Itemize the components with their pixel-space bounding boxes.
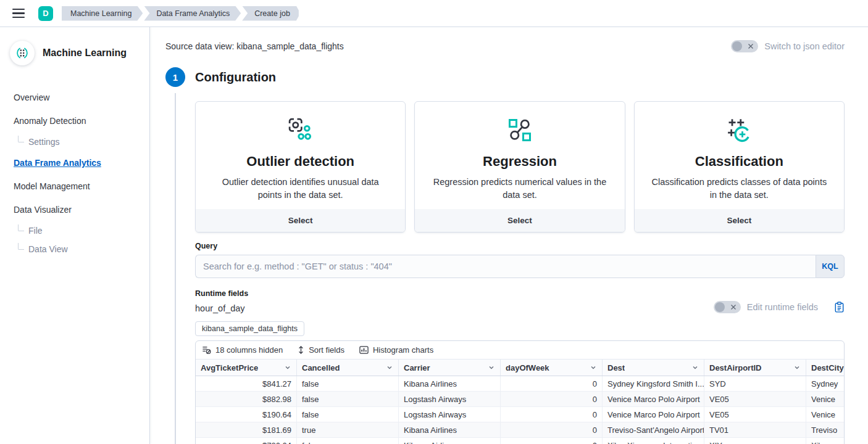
grid-cell-dest[interactable]: Venice Marco Polo Airport	[603, 407, 704, 422]
grid-cell-avgticketprice[interactable]: $730.04	[196, 438, 297, 444]
breadcrumb-machine-learning[interactable]: Machine Learning	[62, 6, 143, 21]
machine-learning-app-icon	[10, 41, 35, 65]
grid-cell-avgticketprice[interactable]: $181.69	[196, 422, 297, 437]
grid-cell-carrier[interactable]: Logstash Airways	[399, 407, 501, 422]
grid-cell-dayofweek[interactable]: 0	[501, 422, 603, 437]
grid-cell-destairportid[interactable]: VE05	[704, 407, 806, 422]
grid-toolbar: 18 columns hidden Sort fields	[196, 341, 844, 359]
sort-fields-button[interactable]: Sort fields	[298, 345, 344, 355]
grid-cell-dayofweek[interactable]: 0	[501, 438, 603, 444]
card-description: Classification predicts classes of data …	[649, 176, 829, 202]
grid-cell-destcityname[interactable]: Treviso	[806, 422, 845, 437]
breadcrumb-create-job[interactable]: Create job	[242, 6, 299, 21]
grid-cell-destairportid[interactable]: TV01	[704, 422, 806, 437]
page-title: Configuration	[195, 70, 276, 84]
select-button[interactable]: Select	[196, 209, 405, 232]
grid-cell-dayofweek[interactable]: 0	[501, 407, 603, 422]
top-navigation-bar: D Machine LearningData Frame AnalyticsCr…	[0, 0, 868, 27]
breadcrumb-data-frame-analytics[interactable]: Data Frame Analytics	[144, 6, 241, 21]
grid-cell-destairportid[interactable]: SYD	[704, 376, 806, 391]
grid-cell-avgticketprice[interactable]: $882.98	[196, 392, 297, 406]
sidebar-item-model-management[interactable]: Model Management	[14, 178, 149, 195]
sidebar-item-label: Data View	[28, 244, 68, 255]
tree-line	[18, 224, 24, 231]
chevron-down-icon	[691, 364, 699, 371]
table-row: $841.27falseKibana Airlines0Sydney Kings…	[196, 376, 844, 392]
column-header-cancelled[interactable]: Cancelled	[297, 360, 399, 376]
toggle-x-icon	[748, 43, 754, 49]
grid-cell-destairportid[interactable]: XIY	[704, 438, 806, 444]
sidebar-item-data-view[interactable]: Data View	[14, 243, 149, 255]
toggle-x-icon	[730, 304, 737, 310]
column-header-dest[interactable]: Dest	[603, 360, 704, 376]
grid-cell-dest[interactable]: Treviso-Sant'Angelo Airport	[603, 422, 704, 437]
select-button[interactable]: Select	[415, 209, 624, 232]
grid-cell-cancelled[interactable]: true	[297, 422, 399, 437]
grid-cell-avgticketprice[interactable]: $841.27	[196, 376, 297, 391]
grid-body: $841.27falseKibana Airlines0Sydney Kings…	[196, 376, 844, 444]
toggle-knob	[715, 302, 725, 312]
switch-to-json-editor-label[interactable]: Switch to json editor	[764, 41, 845, 51]
column-header-label: Cancelled	[302, 363, 340, 372]
grid-cell-cancelled[interactable]: false	[297, 392, 399, 406]
grid-cell-dest[interactable]: Xi'an Xianyang Internatio...	[603, 438, 704, 444]
column-header-carrier[interactable]: Carrier	[399, 360, 501, 376]
sort-icon	[298, 345, 304, 355]
outlier-detection-card[interactable]: Outlier detection Outlier detection iden…	[195, 101, 406, 232]
columns-hidden-button[interactable]: 18 columns hidden	[202, 345, 283, 355]
histogram-icon	[359, 345, 369, 355]
grid-cell-cancelled[interactable]: false	[297, 407, 399, 422]
json-editor-toggle[interactable]	[731, 40, 758, 52]
column-header-avgticketprice[interactable]: AvgTicketPrice	[196, 360, 297, 376]
grid-cell-avgticketprice[interactable]: $190.64	[196, 407, 297, 422]
classification-icon	[649, 117, 829, 145]
column-header-label: AvgTicketPrice	[201, 363, 258, 372]
grid-cell-dayofweek[interactable]: 0	[501, 376, 603, 391]
card-title: Outlier detection	[211, 154, 390, 170]
classification-card[interactable]: Classification Classification predicts c…	[634, 101, 845, 232]
histogram-charts-button[interactable]: Histogram charts	[359, 345, 433, 355]
edit-runtime-fields-toggle[interactable]	[714, 301, 741, 313]
copy-clipboard-icon[interactable]	[834, 302, 845, 313]
grid-cell-destcityname[interactable]: Sydney	[806, 376, 845, 391]
column-header-destairportid[interactable]: DestAirportID	[704, 360, 806, 376]
grid-cell-dest[interactable]: Venice Marco Polo Airport	[603, 392, 704, 406]
chevron-down-icon	[284, 364, 291, 371]
sidebar-item-data-frame-analytics[interactable]: Data Frame Analytics	[14, 154, 149, 171]
sidebar-item-label: File	[28, 225, 43, 236]
breadcrumb: Machine LearningData Frame AnalyticsCrea…	[62, 6, 299, 21]
select-button[interactable]: Select	[635, 209, 844, 232]
sidebar-item-file[interactable]: File	[14, 224, 149, 237]
regression-card[interactable]: Regression Regression predicts numerical…	[414, 101, 625, 232]
menu-icon[interactable]	[12, 9, 25, 18]
grid-cell-dest[interactable]: Sydney Kingsford Smith I...	[603, 376, 704, 391]
sidebar-item-data-visualizer[interactable]: Data Visualizer	[14, 201, 149, 218]
sidebar-item-anomaly-detection[interactable]: Anomaly Detection	[14, 112, 149, 130]
grid-cell-carrier[interactable]: Logstash Airways	[399, 392, 501, 406]
grid-cell-cancelled[interactable]: false	[297, 438, 399, 444]
grid-cell-carrier[interactable]: Kibana Airlines	[399, 376, 501, 391]
grid-cell-destcityname[interactable]: Venice	[806, 407, 845, 422]
step-connector-line	[175, 93, 176, 444]
sidebar-header: Machine Learning	[0, 41, 149, 65]
avatar[interactable]: D	[38, 6, 53, 21]
column-header-dayofweek[interactable]: dayOfWeek	[501, 360, 603, 376]
grid-cell-destairportid[interactable]: VE05	[704, 392, 806, 406]
grid-cell-dayofweek[interactable]: 0	[501, 392, 603, 406]
sidebar-item-label: Model Management	[14, 181, 90, 192]
card-title: Regression	[430, 154, 609, 170]
grid-cell-cancelled[interactable]: false	[297, 376, 399, 391]
sidebar-item-overview[interactable]: Overview	[14, 89, 149, 106]
grid-cell-carrier[interactable]: Kibana Airlines	[399, 422, 501, 437]
columns-hidden-icon	[202, 345, 211, 355]
source-data-view-label: Source data view: kibana_sample_data_fli…	[165, 41, 344, 51]
sidebar-item-settings[interactable]: Settings	[14, 136, 149, 148]
edit-runtime-fields-label[interactable]: Edit runtime fields	[747, 302, 818, 312]
kql-button[interactable]: KQL	[816, 255, 845, 278]
grid-cell-destcityname[interactable]: Xi'an	[806, 438, 845, 444]
grid-cell-carrier[interactable]: Kibana Airlines	[399, 438, 501, 444]
column-header-destcityname[interactable]: DestCityName	[806, 360, 845, 376]
query-search-input[interactable]	[195, 255, 816, 278]
grid-cell-destcityname[interactable]: Venice	[806, 392, 845, 406]
column-header-label: Carrier	[404, 363, 430, 372]
